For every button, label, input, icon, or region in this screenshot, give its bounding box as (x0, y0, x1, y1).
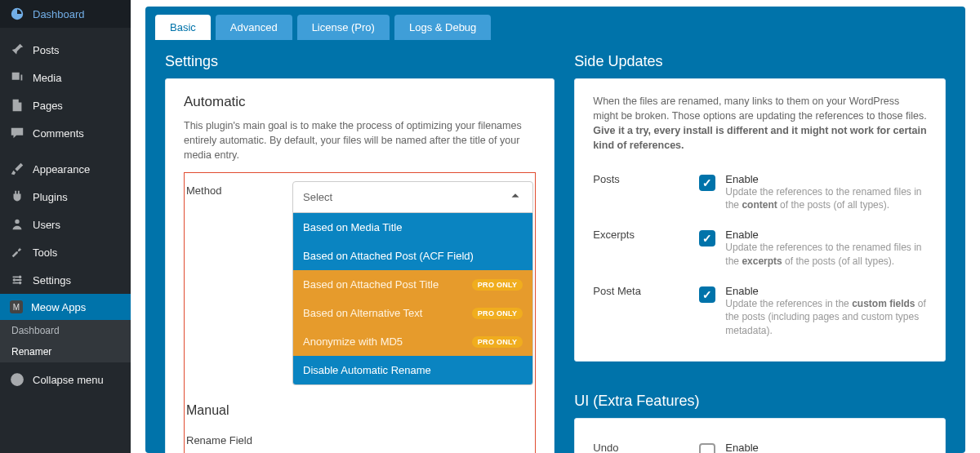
pin-icon (10, 42, 24, 57)
sidebar-item-dashboard[interactable]: Dashboard (0, 0, 131, 28)
method-select[interactable]: Select Based on Media Title Based on Att… (292, 181, 533, 385)
postmeta-label: Post Meta (593, 285, 699, 297)
settings-heading: Settings (165, 40, 555, 78)
select-placeholder: Select (303, 191, 332, 203)
ui-heading: UI (Extra Features) (574, 380, 946, 418)
pro-badge: PRO ONLY (472, 308, 523, 319)
sidebar-item-plugins[interactable]: Plugins (0, 183, 131, 211)
tab-license[interactable]: License (Pro) (297, 15, 390, 40)
posts-label: Posts (593, 173, 699, 185)
ui-card: Undo Enable An undo icon will be added t… (574, 418, 946, 453)
sidebar-label: Appearance (33, 163, 90, 175)
sidebar-label: Plugins (33, 191, 68, 203)
option-disable-auto[interactable]: Disable Automatic Rename (293, 356, 532, 384)
admin-sidebar: Dashboard Posts Media Pages Comments App… (0, 0, 131, 453)
enable-label: Enable (725, 285, 927, 297)
sidebar-label: Pages (33, 100, 63, 112)
chevron-up-icon (508, 189, 523, 206)
pro-badge: PRO ONLY (472, 336, 523, 348)
enable-label: Enable (725, 173, 927, 185)
excerpts-desc: Update the references to the renamed fil… (725, 241, 927, 269)
media-icon (10, 70, 24, 85)
sidebar-label: Users (33, 219, 60, 231)
sidebar-label: Dashboard (33, 8, 85, 20)
settings-icon (10, 273, 24, 287)
sidebar-label: Collapse menu (33, 374, 104, 386)
posts-desc: Update the references to the renamed fil… (725, 185, 927, 213)
sidebar-item-pages[interactable]: Pages (0, 91, 131, 119)
sidebar-submenu: Dashboard Renamer (0, 320, 131, 362)
posts-checkbox[interactable] (699, 175, 715, 191)
excerpts-checkbox[interactable] (699, 230, 715, 246)
automatic-desc: This plugin's main goal is to make the p… (184, 118, 536, 162)
sidebar-item-settings[interactable]: Settings (0, 266, 131, 294)
automatic-title: Automatic (184, 94, 536, 110)
method-label: Method (186, 181, 292, 197)
undo-label: Undo (593, 442, 699, 453)
option-attached-post-acf[interactable]: Based on Attached Post (ACF Field) (293, 242, 532, 270)
dashboard-icon (10, 7, 24, 21)
wrench-icon (10, 245, 24, 260)
option-anonymize-md5[interactable]: Anonymize with MD5 PRO ONLY (293, 327, 532, 356)
plugin-icon (10, 189, 24, 204)
option-attached-post-title[interactable]: Based on Attached Post Title PRO ONLY (293, 270, 532, 299)
side-updates-intro: When the files are renamed, many links t… (593, 94, 927, 153)
pro-badge: PRO ONLY (472, 279, 523, 291)
sidebar-item-tools[interactable]: Tools (0, 238, 131, 266)
sidebar-label: Comments (33, 127, 84, 140)
collapse-icon (10, 372, 24, 387)
sidebar-label: Tools (33, 246, 57, 259)
excerpts-label: Excerpts (593, 229, 699, 241)
enable-label: Enable (725, 229, 927, 241)
submenu-renamer[interactable]: Renamer (0, 341, 131, 362)
sidebar-label: Posts (33, 44, 60, 56)
side-updates-card: When the files are renamed, many links t… (574, 78, 946, 362)
postmeta-checkbox[interactable] (699, 286, 715, 303)
tab-logs[interactable]: Logs & Debug (394, 15, 491, 40)
settings-tabs: Basic Advanced License (Pro) Logs & Debu… (145, 7, 965, 40)
postmeta-desc: Update the references in the custom fiel… (725, 297, 927, 338)
method-highlight: Method Select Based on Media Title (184, 172, 536, 453)
tab-advanced[interactable]: Advanced (216, 15, 292, 40)
sidebar-label: Settings (33, 274, 71, 286)
brush-icon (10, 162, 24, 176)
side-updates-heading: Side Updates (574, 40, 946, 78)
sidebar-item-media[interactable]: Media (0, 64, 131, 91)
sidebar-label: Meow Apps (31, 301, 86, 313)
user-icon (10, 217, 24, 232)
settings-card: Automatic This plugin's main goal is to … (165, 78, 555, 453)
tab-basic[interactable]: Basic (155, 15, 211, 40)
sidebar-label: Media (33, 72, 61, 84)
method-dropdown: Based on Media Title Based on Attached P… (292, 213, 533, 385)
page-icon (10, 98, 24, 113)
sidebar-item-users[interactable]: Users (0, 211, 131, 238)
option-media-title[interactable]: Based on Media Title (293, 213, 532, 242)
sidebar-item-appearance[interactable]: Appearance (0, 155, 131, 183)
meow-icon: M (10, 300, 23, 313)
collapse-menu[interactable]: Collapse menu (0, 366, 131, 393)
manual-title: Manual (186, 403, 533, 418)
submenu-dashboard[interactable]: Dashboard (0, 320, 131, 341)
sidebar-item-comments[interactable]: Comments (0, 119, 131, 147)
rename-field-label: Rename Field (186, 431, 292, 446)
sidebar-item-posts[interactable]: Posts (0, 36, 131, 64)
undo-checkbox[interactable] (699, 443, 715, 453)
option-alternative-text[interactable]: Based on Alternative Text PRO ONLY (293, 299, 532, 327)
sidebar-item-meow-apps[interactable]: M Meow Apps (0, 294, 131, 320)
content-area: Basic Advanced License (Pro) Logs & Debu… (131, 0, 980, 453)
comment-icon (10, 126, 24, 140)
enable-label: Enable (725, 442, 927, 453)
